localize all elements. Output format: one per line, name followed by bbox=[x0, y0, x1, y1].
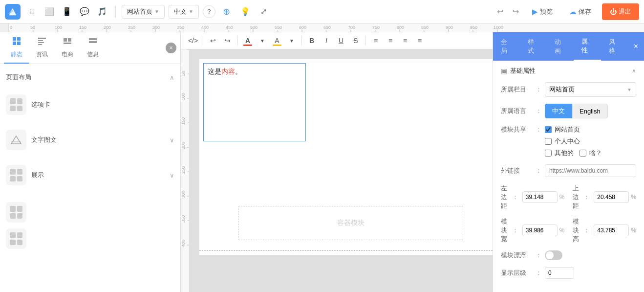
container-block: 容器模块 bbox=[238, 206, 463, 240]
font-caret-btn[interactable]: ▼ bbox=[256, 34, 269, 47]
help-icon[interactable]: ? bbox=[203, 5, 215, 18]
preview-button[interactable]: ▶ 预览 bbox=[526, 4, 558, 19]
text-image-expand[interactable]: ∨ bbox=[170, 136, 174, 144]
svg-text:1000: 1000 bbox=[494, 25, 503, 30]
share-personal-checkbox[interactable] bbox=[545, 138, 552, 145]
prop-level: 显示层级 ： bbox=[501, 267, 636, 279]
svg-rect-47 bbox=[17, 42, 21, 45]
editor-undo-btn[interactable]: ↩ bbox=[207, 34, 219, 47]
highlight-caret-btn[interactable]: ▼ bbox=[285, 34, 298, 47]
align-justify-btn[interactable]: ≡ bbox=[413, 34, 426, 47]
prop-language: 所属语言 ： 中文 English bbox=[501, 104, 636, 118]
align-center-btn[interactable]: ≡ bbox=[384, 34, 397, 47]
sidebar-tab-news[interactable]: 资讯 bbox=[29, 32, 55, 64]
tiktok-icon[interactable]: 🎵 bbox=[95, 4, 109, 19]
svg-text:450: 450 bbox=[226, 25, 233, 30]
extra-components bbox=[6, 198, 174, 253]
italic-btn[interactable]: I bbox=[320, 34, 333, 47]
tablet-icon[interactable]: ⬜ bbox=[42, 4, 57, 19]
code-btn[interactable]: </> bbox=[187, 34, 199, 47]
prop-category: 所属栏目 ： 网站首页 ▼ bbox=[501, 82, 636, 97]
left-margin-input[interactable] bbox=[522, 191, 558, 203]
svg-rect-45 bbox=[17, 37, 21, 41]
sidebar-tab-info[interactable]: 信息 bbox=[80, 32, 106, 64]
svg-text:50: 50 bbox=[30, 25, 35, 30]
lang-english-btn[interactable]: English bbox=[572, 104, 608, 118]
ecommerce-icon bbox=[63, 36, 72, 48]
share-homepage-checkbox[interactable] bbox=[545, 126, 552, 133]
tab-properties[interactable]: 属性 bbox=[574, 32, 601, 61]
svg-rect-54 bbox=[64, 43, 71, 44]
lang-dropdown[interactable]: 中文 ▼ bbox=[169, 5, 199, 19]
highlight-btn[interactable]: A bbox=[271, 34, 283, 47]
canvas-page: 这是内容。 容器模块 bbox=[199, 59, 493, 255]
svg-text:700: 700 bbox=[348, 25, 355, 30]
top-margin-input[interactable] bbox=[594, 191, 629, 203]
page-dropdown[interactable]: 网站首页 ▼ bbox=[122, 5, 165, 19]
bold-btn[interactable]: B bbox=[305, 34, 318, 47]
canvas-scroll[interactable]: 这是内容。 容器模块 bbox=[190, 49, 493, 292]
toggle-knob bbox=[546, 251, 554, 259]
tab-global[interactable]: 全局 bbox=[493, 33, 520, 60]
svg-rect-55 bbox=[89, 38, 97, 40]
component-grid-4[interactable] bbox=[6, 202, 26, 223]
tab-style[interactable]: 样式 bbox=[520, 33, 547, 60]
svg-rect-51 bbox=[38, 44, 42, 45]
font-color-btn[interactable]: A bbox=[241, 34, 254, 47]
exit-button[interactable]: ⏻ 退出 bbox=[602, 3, 639, 20]
align-left-btn[interactable]: ≡ bbox=[369, 34, 382, 47]
undo-button[interactable]: ↩ bbox=[493, 5, 507, 19]
expand-icon[interactable]: ⤢ bbox=[257, 4, 271, 19]
svg-rect-52 bbox=[64, 38, 67, 42]
prop-float: 模块漂浮 ： bbox=[501, 250, 636, 260]
section-header-layout[interactable]: 页面布局 ∧ bbox=[6, 70, 174, 85]
redo-button[interactable]: ↪ bbox=[509, 5, 522, 19]
chevron-down-icon: ▼ bbox=[189, 9, 193, 14]
svg-rect-49 bbox=[38, 40, 43, 41]
section-page-layout: 页面布局 ∧ bbox=[6, 70, 174, 85]
link-input[interactable] bbox=[545, 164, 636, 177]
text-block[interactable]: 这是内容。 bbox=[203, 63, 306, 141]
strikethrough-btn[interactable]: S bbox=[349, 34, 362, 47]
svg-text:150: 150 bbox=[79, 25, 86, 30]
mobile-icon[interactable]: 📱 bbox=[60, 4, 74, 19]
wechat-icon[interactable]: 💬 bbox=[77, 4, 92, 19]
component-grid-5[interactable] bbox=[6, 228, 26, 249]
display-expand[interactable]: ∨ bbox=[170, 172, 174, 179]
desktop-icon[interactable]: 🖥 bbox=[24, 4, 39, 19]
right-panel-close[interactable]: × bbox=[628, 38, 644, 55]
svg-text:800: 800 bbox=[397, 25, 404, 30]
component-grid-2[interactable] bbox=[6, 130, 26, 150]
svg-text:650: 650 bbox=[323, 25, 331, 30]
sidebar-tab-ecommerce[interactable]: 电商 bbox=[55, 32, 80, 64]
editor-redo-btn[interactable]: ↪ bbox=[221, 34, 234, 47]
block-width-input[interactable] bbox=[522, 225, 558, 236]
target-icon[interactable]: ⊕ bbox=[219, 4, 234, 19]
section-collapse-btn[interactable]: ∧ bbox=[632, 67, 636, 74]
section-icon: ▣ bbox=[501, 67, 507, 75]
lang-chinese-btn[interactable]: 中文 bbox=[545, 104, 572, 118]
share-other-checkbox[interactable] bbox=[545, 150, 552, 157]
align-right-btn[interactable]: ≡ bbox=[399, 34, 411, 47]
underline-btn[interactable]: U bbox=[335, 34, 347, 47]
tab-animation[interactable]: 动画 bbox=[547, 33, 574, 60]
svg-text:550: 550 bbox=[275, 25, 282, 30]
level-input[interactable] bbox=[545, 267, 574, 279]
share-what-checkbox[interactable] bbox=[580, 150, 586, 157]
sidebar-tab-static[interactable]: 静态 bbox=[4, 32, 29, 64]
block-height-input[interactable] bbox=[594, 225, 629, 236]
bulb-icon[interactable]: 💡 bbox=[238, 4, 253, 19]
text-highlight: 内容 bbox=[221, 67, 235, 75]
save-button[interactable]: ☁ 保存 bbox=[562, 4, 598, 19]
tab-style2[interactable]: 风格 bbox=[601, 33, 628, 60]
sidebar-close-button[interactable]: × bbox=[166, 43, 176, 53]
category-select[interactable]: 网站首页 ▼ bbox=[545, 82, 636, 97]
text-suffix: 。 bbox=[235, 67, 242, 75]
svg-text:600: 600 bbox=[299, 25, 306, 30]
component-grid-1[interactable] bbox=[6, 94, 26, 115]
canvas-dashed-line bbox=[199, 250, 493, 251]
svg-text:950: 950 bbox=[470, 25, 477, 30]
float-toggle[interactable] bbox=[545, 250, 562, 260]
svg-text:300: 300 bbox=[181, 191, 186, 198]
component-grid-3[interactable] bbox=[6, 165, 26, 185]
